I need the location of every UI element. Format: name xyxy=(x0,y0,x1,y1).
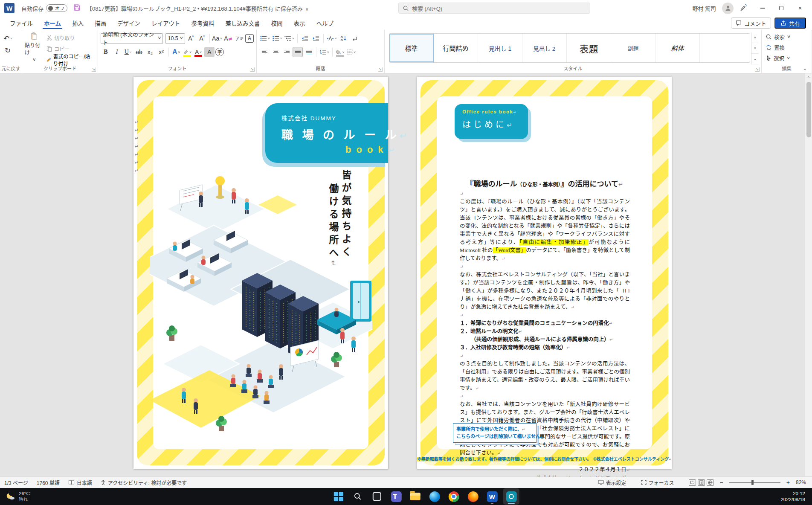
word-taskbar-button[interactable]: W xyxy=(484,488,500,505)
style-no-spacing[interactable]: 行間詰め xyxy=(434,34,478,62)
redo-button[interactable]: ↻ xyxy=(3,45,13,55)
text-highlight-button[interactable]: ˅ xyxy=(182,47,192,57)
read-mode-button[interactable] xyxy=(689,479,696,486)
select-button[interactable]: 選択˅ xyxy=(764,53,809,64)
tab-file[interactable]: ファイル xyxy=(4,16,38,30)
inking-pen-icon[interactable] xyxy=(740,3,747,13)
font-size-combo[interactable]: 10.5˅ xyxy=(165,33,185,44)
format-painter-button[interactable]: 書式のコピー/貼り付け xyxy=(45,55,95,64)
find-button[interactable]: 検索˅ xyxy=(764,32,809,42)
focus-mode-button[interactable]: フォーカス xyxy=(641,479,674,486)
enclose-characters-button[interactable]: A xyxy=(245,34,254,43)
page-indicator[interactable]: 1/3 ページ xyxy=(4,479,28,486)
style-heading2[interactable]: 見出し 2 xyxy=(522,34,567,62)
search-input[interactable]: 検索 (Alt+Q) xyxy=(398,3,590,14)
undo-button[interactable]: ↶˅ xyxy=(3,33,13,44)
align-right-button[interactable] xyxy=(281,47,292,57)
increase-indent-button[interactable] xyxy=(311,33,321,44)
tab-view[interactable]: 表示 xyxy=(288,16,311,30)
align-center-button[interactable] xyxy=(270,47,281,57)
style-italic[interactable]: 斜体 xyxy=(655,34,700,62)
ribbon-collapse-icon[interactable]: ⌄ xyxy=(803,66,807,71)
bold-button[interactable]: B xyxy=(101,47,111,57)
sort-button[interactable] xyxy=(339,33,349,44)
weather-widget[interactable]: 26°C 晴れ xyxy=(0,491,36,502)
strikethrough-button[interactable]: ab xyxy=(134,47,144,57)
accessibility-status[interactable]: アクセシビリティ: 検討が必要です xyxy=(101,479,187,486)
bullets-button[interactable]: ˅ xyxy=(259,33,271,44)
styles-scroll-up[interactable]: ˄ xyxy=(751,32,759,43)
word-count[interactable]: 1760 単語 xyxy=(37,479,60,486)
maximize-button[interactable] xyxy=(772,0,791,16)
vertical-scrollbar[interactable]: ˄ xyxy=(805,73,812,476)
paragraph-1[interactable]: この度は、『職場のルール（ひな形・基本例）』（以下「当該コンテンツ」と言います。… xyxy=(460,198,630,263)
scrollbar-thumb[interactable] xyxy=(806,82,811,137)
styles-dialog-launcher[interactable]: ↘ xyxy=(755,67,760,72)
zoom-slider-thumb[interactable] xyxy=(751,480,754,485)
font-dialog-launcher[interactable]: ↘ xyxy=(250,67,255,72)
minimize-button[interactable] xyxy=(753,0,772,16)
multilevel-list-button[interactable]: ˅ xyxy=(284,33,295,44)
justify-button[interactable] xyxy=(293,47,303,57)
start-button[interactable] xyxy=(331,488,347,505)
document-title[interactable]: 【0817更新】職場のルールブック_H1-P2_2 • ¥¥192.168.1.… xyxy=(87,4,309,12)
taskbar-clock[interactable]: 20:12 2022/08/18 xyxy=(780,490,812,502)
paragraph-dialog-launcher[interactable]: ↘ xyxy=(378,67,383,72)
print-layout-button[interactable] xyxy=(698,479,705,486)
line-spacing-button[interactable]: ˅ xyxy=(319,47,330,57)
zoom-out-button[interactable]: − xyxy=(720,479,723,486)
grow-font-button[interactable]: A˄ xyxy=(186,33,196,44)
file-explorer-button[interactable] xyxy=(407,488,423,505)
zoom-in-button[interactable]: + xyxy=(786,479,790,486)
save-icon[interactable] xyxy=(73,4,81,13)
font-name-combo[interactable]: 游明朝 (本文のフォント˅ xyxy=(101,33,163,44)
chrome-button[interactable] xyxy=(446,488,462,505)
word-logo-icon[interactable]: W xyxy=(4,3,14,13)
copy-button[interactable]: コピー xyxy=(45,44,95,54)
underline-button[interactable]: U˅ xyxy=(123,47,133,57)
distribute-button[interactable] xyxy=(304,47,314,57)
decrease-indent-button[interactable] xyxy=(300,33,310,44)
tab-mailings[interactable]: 差し込み文書 xyxy=(220,16,266,30)
styles-scroll-down[interactable]: ˅ xyxy=(751,43,759,54)
show-formatting-marks-button[interactable] xyxy=(350,33,360,44)
align-left-button[interactable] xyxy=(259,47,270,57)
firefox-button[interactable] xyxy=(465,488,481,505)
italic-button[interactable]: I xyxy=(112,47,122,57)
taskbar-search-button[interactable] xyxy=(350,488,366,505)
replace-button[interactable]: 置換 xyxy=(764,42,809,53)
tab-references[interactable]: 参考資料 xyxy=(186,16,220,30)
ruby-button[interactable]: ア xyxy=(234,33,244,44)
style-normal[interactable]: 標準 xyxy=(389,34,434,62)
share-button[interactable]: 共有 xyxy=(774,17,806,29)
zoom-level[interactable]: 82% xyxy=(796,479,806,485)
style-heading1[interactable]: 見出し 1 xyxy=(478,34,522,62)
asian-layout-button[interactable]: ˅ xyxy=(326,33,338,44)
edge-button[interactable] xyxy=(426,488,443,505)
document-page-2[interactable]: Office rules book↵ はじめに↵ 『職場のルール（ひな形・基本例… xyxy=(417,77,672,469)
style-subtitle[interactable]: 副題 xyxy=(611,34,655,62)
style-title[interactable]: 表題 xyxy=(567,34,611,62)
paste-button[interactable]: 貼り付け ˅ xyxy=(25,32,44,63)
borders-button[interactable]: ˅ xyxy=(346,47,357,57)
tab-home[interactable]: ホーム xyxy=(38,16,67,30)
shrink-font-button[interactable]: A˅ xyxy=(197,33,207,44)
document-page-1[interactable]: ↵↵↵↵↵↵↵ 株式会社 DUMMY 職 場 の ル ー ル↵ book↵ 皆が… xyxy=(133,77,388,469)
screen-capture-button[interactable] xyxy=(503,488,519,505)
display-settings-button[interactable]: 表示設定 xyxy=(598,479,626,486)
numbering-button[interactable]: ˅ xyxy=(272,33,283,44)
tab-layout[interactable]: レイアウト xyxy=(146,16,186,30)
text-effects-button[interactable]: A˅ xyxy=(171,47,181,57)
superscript-button[interactable]: x² xyxy=(156,47,166,57)
clear-formatting-button[interactable]: A xyxy=(223,33,233,44)
autosave-toggle[interactable]: 自動保存 オフ xyxy=(21,4,67,12)
subscript-button[interactable]: x₂ xyxy=(145,47,155,57)
tab-design[interactable]: デザイン xyxy=(112,16,146,30)
zoom-slider[interactable] xyxy=(729,482,780,483)
font-color-button[interactable]: A˅ xyxy=(193,47,203,57)
shading-button[interactable]: ˅ xyxy=(335,47,345,57)
character-shading-button[interactable]: A xyxy=(204,47,215,57)
language-indicator[interactable]: 日本語 xyxy=(68,479,92,486)
web-layout-button[interactable] xyxy=(707,479,714,486)
styles-more-button[interactable]: ⌄ xyxy=(751,54,759,64)
